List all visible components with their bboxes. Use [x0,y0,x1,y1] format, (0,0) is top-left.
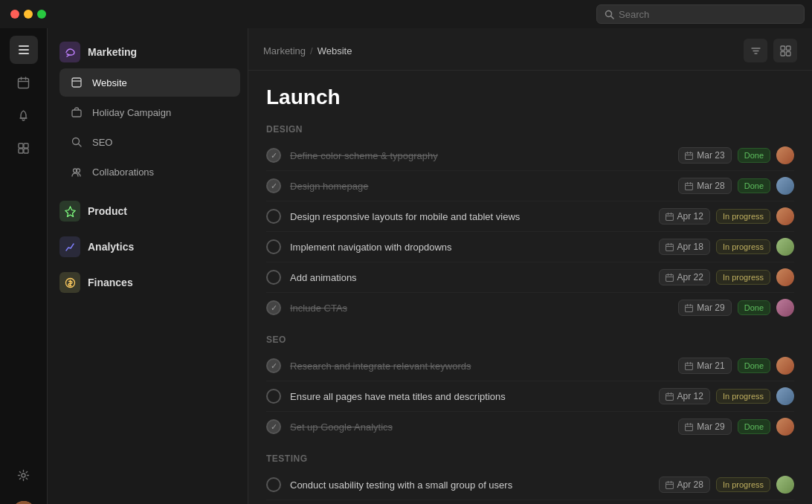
task-checkbox[interactable]: ✓ [266,178,281,193]
nav-item-seo[interactable]: SEO [59,128,240,156]
marketing-icon [59,42,80,62]
collaborations-icon [68,164,85,180]
task-avatar [776,146,794,164]
status-badge: In progress [716,477,770,492]
task-meta: Mar 28 Done [678,177,794,195]
nav-group-product[interactable]: Product [48,195,248,227]
nav-item-holiday-label: Holiday Campaign [92,107,171,118]
task-name: Define color scheme & typography [290,150,669,161]
task-checkbox[interactable] [266,477,281,492]
sidebar-icon-puzzle[interactable] [10,134,38,162]
task-name: Research and integrate relevant keywords [290,361,669,372]
svg-line-22 [79,144,82,147]
sidebar-icon-calendar[interactable] [10,68,38,97]
table-row: ✓ Set up Google Analytics Mar 29 Done [266,412,794,442]
svg-rect-55 [686,305,693,311]
task-date-value: Mar 21 [697,361,724,371]
view-toggle-button[interactable] [773,39,797,62]
minimize-button[interactable] [24,10,33,19]
svg-rect-59 [686,363,693,369]
svg-rect-2 [19,45,29,47]
sidebar-icon-bell[interactable] [10,101,38,129]
svg-point-15 [12,501,36,504]
maximize-button[interactable] [37,10,46,19]
task-name: Include CTAs [290,303,669,314]
sidebar-icon-list[interactable] [10,36,38,64]
task-name: Conduct usability testing with a small g… [290,479,650,491]
nav-item-collaborations[interactable]: Collaborations [59,158,240,186]
task-date-value: Apr 12 [677,391,703,401]
close-button[interactable] [10,10,19,19]
design-section-label: Design [266,124,794,135]
task-date-value: Apr 12 [677,211,703,222]
task-date-value: Apr 18 [677,242,703,252]
status-badge: In progress [716,389,770,404]
breadcrumb-separator: / [310,45,313,56]
breadcrumb-parent: Marketing [263,45,306,56]
task-checkbox[interactable] [266,239,281,254]
marketing-label: Marketing [88,46,137,58]
analytics-label: Analytics [88,241,134,253]
nav-group-analytics[interactable]: Analytics [48,230,248,263]
nav-group-finances[interactable]: Finances [48,266,248,299]
svg-rect-67 [686,424,693,430]
task-checkbox[interactable]: ✓ [266,148,281,163]
svg-rect-33 [781,51,785,56]
svg-rect-71 [666,482,673,488]
svg-rect-11 [24,143,28,148]
sidebar-icon-settings[interactable] [10,461,38,489]
task-date-value: Apr 28 [677,479,703,490]
nav-group-marketing[interactable]: Marketing [48,36,248,68]
task-date: Apr 12 [659,388,710,404]
task-avatar [776,268,794,286]
status-badge: Done [738,358,770,373]
task-avatar [776,207,794,225]
table-row: ✓ Design homepage Mar 28 Done [266,171,794,201]
task-checkbox[interactable] [266,270,281,285]
filter-button[interactable] [744,39,767,62]
status-badge: Done [738,419,770,434]
task-checkbox[interactable]: ✓ [266,419,281,434]
task-date: Apr 12 [659,208,710,224]
svg-rect-10 [19,143,23,148]
breadcrumb-current: Website [318,45,352,56]
breadcrumb: Marketing / Website [263,45,352,56]
task-date: Mar 23 [678,147,731,164]
table-row: ✓ Define color scheme & typography Mar 2… [266,140,794,171]
nav-sidebar: Marketing Website Ho [48,28,248,504]
task-avatar [776,177,794,195]
content-body: Launch Design ✓ Define color scheme & ty… [248,71,812,504]
table-row: Test on different devices and browses fo… [266,500,794,504]
svg-rect-51 [666,274,673,281]
table-row: Conduct usability testing with a small g… [266,470,794,500]
website-icon [68,74,85,91]
task-checkbox[interactable]: ✓ [266,300,281,315]
status-badge: In progress [716,270,770,285]
header-actions [744,39,797,62]
task-checkbox[interactable] [266,389,281,404]
nav-item-holiday-campaign[interactable]: Holiday Campaign [59,98,240,126]
task-date: Apr 18 [659,239,710,255]
seo-section: SEO ✓ Research and integrate relevant ke… [266,335,794,442]
user-avatar[interactable] [12,501,36,504]
svg-line-1 [611,16,614,19]
nav-item-seo-label: SEO [92,137,112,148]
task-date-value: Mar 28 [697,181,724,191]
table-row: Add animations Apr 22 In progress [266,262,794,293]
task-checkbox[interactable] [266,209,281,224]
search-bar[interactable] [596,4,805,24]
task-name: Design homepage [290,181,669,192]
task-name: Design responsive layouts for mobile and… [290,211,650,222]
task-checkbox[interactable]: ✓ [266,358,281,373]
search-input[interactable] [619,9,796,20]
traffic-lights [0,10,46,19]
nav-item-collaborations-label: Collaborations [92,167,154,178]
product-label: Product [88,205,127,217]
task-date: Apr 28 [659,476,710,493]
nav-item-website[interactable]: Website [59,68,240,97]
titlebar [0,0,812,28]
task-date: Mar 21 [678,358,731,374]
status-badge: Done [738,148,770,163]
svg-rect-63 [666,393,673,400]
task-meta: Apr 12 In progress [659,387,794,405]
